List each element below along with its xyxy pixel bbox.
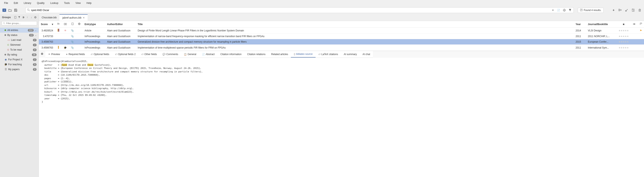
attachment-icon: 📎 — [71, 35, 74, 38]
group-down-icon[interactable]: ↓ — [30, 15, 32, 19]
group-item[interactable]: Skimmed2 — [0, 42, 38, 47]
group-count: 9 — [33, 63, 36, 66]
menu-view[interactable]: View — [75, 2, 81, 4]
column-header[interactable]: Year — [574, 21, 586, 27]
open-library-icon[interactable] — [8, 8, 12, 12]
new-entry-icon[interactable]: + — [612, 8, 616, 12]
global-search-icon[interactable] — [562, 8, 566, 12]
editor-tab[interactable]: 💬Comments — [160, 51, 181, 57]
column-header[interactable]: Journal/Booktitle — [586, 21, 616, 27]
column-header[interactable]: Entrytype — [82, 21, 105, 27]
group-label: For Project X — [8, 58, 32, 61]
svg-line-1 — [29, 10, 30, 11]
menu-library[interactable]: Library — [24, 2, 31, 4]
menu-file[interactable]: File — [4, 2, 8, 4]
column-header[interactable] — [638, 21, 644, 27]
column-header[interactable]: Title — [136, 21, 574, 27]
menu-edit[interactable]: Edit — [14, 2, 18, 4]
group-label: To be read — [10, 48, 32, 51]
group-item[interactable]: ◉For Project X2 — [0, 57, 38, 62]
group-item[interactable]: All entries212⌄ — [0, 28, 38, 33]
editor-tab[interactable]: 📋General — [181, 51, 199, 57]
group-item[interactable]: By status13⌄ — [0, 33, 38, 37]
fulltext-icon[interactable]: 📄 — [557, 8, 560, 12]
group-filter-field[interactable] — [2, 21, 37, 25]
column-header[interactable]: Score ▾ — [39, 21, 55, 27]
table-row[interactable]: 3.4598763 📎 InProceedings Alam and Gusta… — [39, 39, 644, 45]
editor-tabs: 👁Preview★Required fields🏷Optional fields… — [45, 51, 373, 58]
group-filter-input[interactable] — [6, 22, 36, 24]
file-tab[interactable]: Chocolate.bib — [39, 14, 60, 21]
editor-tab[interactable]: Citation relations — [244, 51, 268, 57]
column-header[interactable] — [69, 21, 76, 27]
group-clear-icon[interactable] — [34, 15, 36, 19]
table-row[interactable]: 3.4598763 🎓 📎 InProceedings Alam and Gus… — [39, 45, 644, 51]
column-header[interactable] — [631, 21, 638, 27]
column-header[interactable] — [55, 21, 62, 27]
editor-tab[interactable]: Related articles — [268, 51, 291, 57]
filter-icon[interactable] — [568, 8, 572, 12]
table-row[interactable]: 3.4926524 👁 📎 Article Alam and Gustafsso… — [39, 27, 644, 34]
clear-search-icon[interactable]: ✕ — [551, 8, 555, 12]
group-count: 36 — [32, 53, 36, 56]
menu-lookup[interactable]: Lookup — [50, 2, 58, 4]
editor-tab[interactable]: 🏷Other fields — [138, 51, 160, 57]
flag-icon: ⚑ — [640, 29, 642, 32]
attachment-icon: 📎 — [71, 46, 74, 49]
close-icon[interactable]: ✕ — [83, 16, 85, 19]
svg-rect-10 — [64, 23, 65, 25]
column-header[interactable]: Author/Editor — [105, 21, 136, 27]
editor-tab[interactable]: 🏷Optional fields 2 — [112, 51, 138, 57]
new-library-icon[interactable]: + — [2, 8, 6, 12]
search-input[interactable] — [31, 9, 550, 12]
editor-tab[interactable]: {}biblatex source — [291, 51, 315, 57]
group-item[interactable]: To be read9 — [0, 47, 38, 52]
groups-sidebar: Groups ↑ ↓ All entries212⌄By status13⌄▭L… — [0, 14, 39, 177]
entry-editor: 👁Preview★Required fields🏷Optional fields… — [39, 51, 644, 177]
group-item[interactable]: ☰My papers8 — [0, 67, 38, 72]
editor-tab[interactable]: Citation information — [218, 51, 244, 57]
editor-tab[interactable]: AI chat — [360, 51, 373, 57]
editor-tab[interactable]: AI summary — [341, 51, 360, 57]
eye-icon: 👁 — [64, 29, 66, 32]
editor-tab[interactable]: 👁Preview — [45, 51, 63, 57]
group-filter-icon[interactable] — [18, 15, 20, 19]
editor-tab[interactable]: 📄Abstract — [199, 51, 218, 57]
svg-line-9 — [4, 23, 5, 24]
column-header[interactable] — [76, 21, 82, 27]
file-tab[interactable]: jabref-authors.bib✕ — [60, 14, 88, 21]
menu-quality[interactable]: Quality — [37, 2, 44, 4]
search-field[interactable]: ✕ 📄 — [25, 7, 574, 13]
group-count: 8 — [33, 68, 36, 71]
chevron-down-icon[interactable]: ⌄ — [35, 29, 36, 31]
menu-tools[interactable]: Tools — [64, 2, 70, 4]
import-icon[interactable] — [625, 8, 628, 12]
group-count: 2 — [33, 58, 36, 61]
search-icon — [27, 8, 30, 12]
group-count: 212 — [28, 29, 34, 32]
new-article-icon[interactable] — [631, 8, 635, 12]
biblatex-source[interactable]: @InProceedings{AlamGustafsson2015, autho… — [39, 58, 644, 177]
group-label: My papers — [8, 68, 32, 71]
group-mode-icon[interactable] — [14, 15, 16, 19]
column-header[interactable] — [62, 21, 69, 27]
new-entry-list-icon[interactable] — [618, 8, 622, 12]
delete-icon[interactable] — [638, 8, 642, 12]
editor-tab[interactable]: 🏷LaTeX citations — [316, 51, 341, 57]
group-item[interactable]: By rating36 — [0, 52, 38, 57]
editor-tab[interactable]: 🏷Optional fields — [88, 51, 112, 57]
group-up-icon[interactable]: ↑ — [26, 15, 28, 19]
entries-table: Score ▾EntrytypeAuthor/EditorTitleYearJo… — [39, 21, 644, 51]
group-invert-icon[interactable] — [22, 15, 24, 19]
close-editor-icon[interactable] — [39, 51, 45, 58]
menu-help[interactable]: Help — [86, 2, 92, 4]
group-item[interactable]: 🎓For teaching9 — [0, 62, 38, 67]
group-label: Last read — [11, 38, 32, 41]
save-icon[interactable] — [14, 8, 18, 12]
table-row[interactable]: 3.470733 📎 InProceedings Alam and Gustaf… — [39, 34, 644, 39]
group-item[interactable]: ▭Last read2 — [0, 37, 38, 42]
column-header[interactable]: ★ — [616, 21, 631, 27]
chevron-down-icon[interactable]: ⌄ — [35, 34, 36, 36]
group-label: For teaching — [8, 63, 32, 66]
editor-tab[interactable]: ★Required fields — [63, 51, 88, 57]
